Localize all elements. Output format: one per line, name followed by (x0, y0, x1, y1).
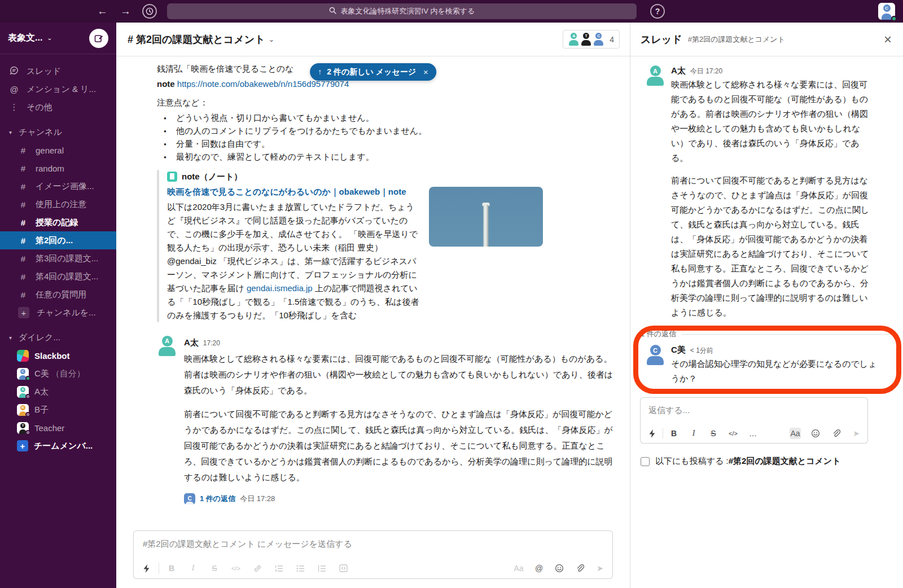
italic-icon[interactable]: I (688, 428, 699, 439)
bold-icon[interactable]: B (668, 428, 680, 439)
plus-icon: + (17, 440, 28, 451)
add-team-member-button[interactable]: + チームメンバ... (0, 437, 116, 455)
sidebar-channel-class-record[interactable]: #授業の記録 (0, 213, 116, 231)
attach-icon[interactable] (830, 428, 841, 439)
close-icon[interactable]: × (884, 33, 892, 46)
presence-offline-icon (25, 394, 30, 399)
bullet-item: どういう視点・切り口から書いてもかまいません。 (157, 111, 615, 124)
message-author[interactable]: C美 (671, 345, 686, 356)
thread-channel-name[interactable]: #第2回の課題文献とコメント (688, 34, 785, 45)
help-icon[interactable]: ? (650, 4, 665, 19)
new-messages-label: 2 件の新しい メッセージ (327, 65, 416, 78)
message-author[interactable]: A太 (184, 336, 199, 349)
bullet-list-icon[interactable] (295, 563, 306, 574)
also-send-checkbox[interactable] (641, 457, 650, 466)
dm-cmi-self[interactable]: C C美（自分） (0, 365, 116, 383)
avatar[interactable]: C (645, 345, 665, 365)
dm-bko[interactable]: B B子 (0, 401, 116, 419)
replier-avatar: C (184, 493, 195, 504)
sidebar-item-more[interactable]: ⋮ その他 (0, 98, 116, 116)
also-send-channel[interactable]: #第2回の課題文献とコメント (729, 456, 841, 466)
channel-title[interactable]: # 第2回の課題文献とコメント (128, 33, 265, 46)
attach-icon[interactable] (574, 563, 585, 574)
new-messages-pill[interactable]: ↑ 2 件の新しい メッセージ × (310, 63, 436, 81)
strikethrough-icon[interactable]: S (708, 428, 719, 439)
dms-section-header[interactable]: ▾ ダイレク... (0, 328, 116, 346)
shortcuts-lightning-icon[interactable] (646, 428, 657, 439)
sidebar-channel-images[interactable]: #イメージ画像... (0, 177, 116, 195)
member-avatar: T (581, 33, 591, 46)
avatar[interactable]: A (157, 336, 177, 356)
workspace-header[interactable]: 表象文... ⌄ (0, 23, 116, 54)
code-block-icon[interactable] (337, 563, 349, 574)
avatar[interactable]: A (645, 65, 665, 86)
dm-slackbot[interactable]: Slackbot (0, 346, 116, 365)
dm-teacher[interactable]: T Teacher (0, 419, 116, 437)
search-input[interactable]: 表象文化論特殊研究演習IV 内を検索する (167, 3, 637, 19)
compose-button[interactable] (89, 29, 108, 48)
sidebar-channel-general[interactable]: #general (0, 141, 116, 159)
message-timestamp[interactable]: 17:20 (203, 337, 220, 350)
blockquote-icon[interactable] (316, 563, 327, 574)
dm-ata[interactable]: A A太 (0, 383, 116, 401)
more-formatting-icon[interactable]: … (747, 428, 759, 439)
sidebar-channel-session2-selected[interactable]: #第2回の... (0, 231, 116, 249)
emoji-icon[interactable] (554, 563, 565, 574)
bold-icon[interactable]: B (166, 563, 177, 574)
user-avatar[interactable]: C (878, 3, 895, 20)
search-icon (329, 7, 336, 16)
channel-members-button[interactable]: A T C 4 (563, 30, 620, 49)
presence-offline-icon (25, 412, 30, 417)
channels-section-header[interactable]: ▾ チャンネル (0, 123, 116, 141)
message-timestamp[interactable]: < 1分前 (690, 346, 713, 356)
message-text: 注意点など： (157, 96, 615, 109)
shortcuts-lightning-icon[interactable] (141, 563, 152, 574)
link-icon[interactable] (252, 563, 263, 574)
slackbot-avatar (17, 350, 29, 362)
history-icon[interactable] (142, 4, 157, 19)
gendai-link[interactable]: gendai.ismedia.jp (247, 283, 313, 293)
channel-label: 第2回の... (36, 235, 73, 246)
message-author[interactable]: A太 (671, 65, 686, 76)
sidebar-channel-session3[interactable]: #第3回の課題文... (0, 249, 116, 267)
ordered-list-icon[interactable] (273, 563, 284, 574)
strikethrough-icon[interactable]: S (209, 563, 220, 574)
preview-title-link[interactable]: 映画を倍速で見ることのなにがわるいのか｜obakeweb｜note (167, 185, 422, 198)
close-icon[interactable]: × (423, 65, 428, 78)
forward-icon[interactable]: → (120, 5, 131, 17)
sidebar-channel-usage-notes[interactable]: #使用上の注意 (0, 195, 116, 213)
emoji-icon[interactable] (810, 428, 821, 439)
also-send-label: 以下にも投稿する :#第2回の課題文献とコメント (655, 456, 841, 467)
member-avatar: C (593, 33, 604, 46)
preview-site-name: note（ノート） (182, 170, 242, 183)
send-icon[interactable]: ➤ (851, 428, 862, 439)
thread-reply-composer[interactable]: 返信する... B I S </> … Aa ➤ (640, 397, 868, 444)
send-icon[interactable]: ➤ (594, 563, 606, 574)
code-icon[interactable]: </> (727, 428, 739, 439)
sidebar-channel-questions[interactable]: #任意の質問用 (0, 286, 116, 304)
mention-icon[interactable]: @ (533, 563, 545, 574)
preview-thumbnail-image[interactable] (429, 187, 543, 247)
format-toggle-icon[interactable]: Aa (513, 563, 524, 574)
hash-icon: # (18, 272, 28, 282)
sidebar-item-mentions[interactable]: @ メンション & リ... (0, 80, 116, 98)
thread-reply-bar[interactable]: C 1 件の返信 今日 17:28 (184, 492, 615, 505)
sidebar-item-threads[interactable]: スレッド (0, 62, 116, 80)
thread-replies-link[interactable]: 1 件の返信 (200, 492, 235, 505)
dm-label: B子 (34, 405, 49, 415)
message-timestamp[interactable]: 今日 17:20 (690, 67, 722, 76)
sidebar-channel-session4[interactable]: #第4回の課題文... (0, 267, 116, 286)
chevron-down-icon: ⌄ (47, 34, 52, 42)
presence-online-icon (25, 376, 30, 381)
back-icon[interactable]: ← (97, 5, 108, 17)
code-icon[interactable]: </> (230, 563, 242, 574)
message-composer[interactable]: #第2回の課題文献とコメント にメッセージを送信する B I S </> Aa (133, 530, 613, 579)
composer-toolbar: B I S </> Aa @ ➤ (141, 563, 606, 574)
format-toggle-icon[interactable]: Aa (790, 428, 801, 439)
italic-icon[interactable]: I (187, 563, 199, 574)
sidebar-channel-random[interactable]: #random (0, 159, 116, 177)
preview-site-row: note（ノート） (167, 170, 422, 183)
add-channel-button[interactable]: +チャンネルを... (0, 304, 116, 322)
message-ata: A A太 17:20 映画体験として総称される様々な要素には、回復可能であるもの… (157, 336, 615, 505)
arrow-up-icon: ↑ (318, 65, 322, 78)
